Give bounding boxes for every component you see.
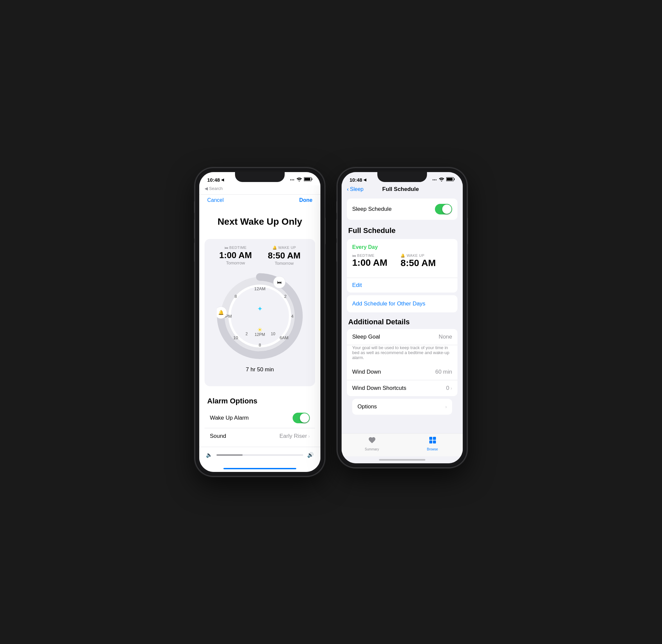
battery-icon	[304, 177, 313, 183]
volume-controls: 🔈 🔊	[199, 450, 320, 460]
left-screen: 10:48 ◀ ••• ◀ Search	[199, 172, 320, 472]
wind-down-value: 60 min	[435, 369, 452, 375]
left-phone: 10:48 ◀ ••• ◀ Search	[195, 168, 324, 476]
svg-text:6AM: 6AM	[280, 335, 289, 340]
add-schedule-row[interactable]: Add Schedule for Other Days	[347, 295, 457, 313]
clock-card: 🛏 BEDTIME 1:00 AM Tomorrow 🔔 WAKE UP	[205, 239, 315, 386]
cellular-icon: •••	[290, 178, 295, 182]
sleep-goal-subtext-container: Your goal will be used to keep track of …	[347, 345, 457, 364]
power-button[interactable]	[324, 218, 326, 244]
wake-up-alarm-row[interactable]: Wake Up Alarm	[205, 408, 315, 428]
cellular-icon-right: •••	[432, 178, 437, 182]
svg-text:✦: ✦	[257, 305, 263, 313]
volume-high-icon: 🔊	[307, 452, 314, 458]
bedtime-col: 🛏 BEDTIME 1:00 AM Tomorrow	[219, 246, 252, 266]
alarm-icon: 🔔	[272, 246, 278, 250]
svg-text:10: 10	[233, 335, 238, 340]
cancel-done-bar: Cancel Done	[199, 194, 320, 208]
edit-screen-content: Next Wake Up Only 🛏 BEDTIME 1:00 AM Tomo…	[199, 208, 320, 472]
every-day-label: Every Day	[352, 244, 452, 250]
right-screen: 10:48 ◀ ••• ‹ Sleep	[342, 172, 463, 463]
mute-button-right[interactable]	[336, 201, 338, 213]
summary-tab-label: Summary	[365, 447, 379, 451]
tab-bar: Summary Browse	[342, 433, 463, 456]
home-indicator-right[interactable]	[379, 459, 425, 461]
volume-up-button-right[interactable]	[336, 220, 338, 238]
wake-up-alarm-label: Wake Up Alarm	[210, 415, 249, 421]
svg-text:8: 8	[258, 343, 261, 347]
nav-bar-left: ◀ Search	[199, 185, 320, 194]
svg-rect-30	[433, 437, 436, 440]
wind-down-shortcuts-row[interactable]: Wind Down Shortcuts 0 ›	[347, 380, 457, 396]
svg-rect-31	[429, 440, 432, 443]
svg-text:4: 4	[291, 314, 293, 319]
cancel-button[interactable]: Cancel	[207, 197, 224, 203]
svg-point-0	[299, 181, 300, 181]
tab-summary[interactable]: Summary	[342, 436, 402, 451]
sched-bedtime-time: 1:00 AM	[352, 257, 387, 268]
back-sleep-button[interactable]: ‹ Sleep	[347, 186, 363, 192]
sleep-schedule-label: Sleep Schedule	[352, 206, 392, 212]
wakeup-sub: Tomorrow	[268, 261, 300, 266]
svg-rect-29	[429, 437, 432, 440]
full-schedule-title: Full Schedule	[342, 222, 463, 236]
title-section: Next Wake Up Only	[199, 208, 320, 239]
sleep-goal-label: Sleep Goal	[352, 334, 380, 340]
edit-button[interactable]: Edit	[347, 278, 457, 293]
wake-up-alarm-toggle[interactable]	[293, 413, 310, 423]
status-time: 10:48 ◀	[207, 177, 224, 183]
wind-down-row[interactable]: Wind Down 60 min	[347, 364, 457, 380]
browse-icon	[429, 436, 437, 446]
svg-rect-28	[447, 178, 453, 181]
svg-rect-2	[312, 178, 312, 180]
time-header: 🛏 BEDTIME 1:00 AM Tomorrow 🔔 WAKE UP	[211, 246, 309, 266]
clock-container[interactable]: 12AM 2 4 6AM 8 10 6PM 8 12PM 10	[211, 270, 309, 362]
right-phone: 10:48 ◀ ••• ‹ Sleep	[338, 168, 467, 467]
schedule-screen-content: Sleep Schedule Full Schedule Every Day	[342, 196, 463, 463]
alarm-options-title: Alarm Options	[199, 391, 320, 408]
svg-rect-27	[454, 178, 454, 180]
volume-down-button[interactable]	[194, 243, 195, 262]
clock-dial[interactable]: 12AM 2 4 6AM 8 10 6PM 8 12PM 10	[217, 273, 303, 359]
options-chevron-icon: ›	[445, 404, 447, 409]
svg-text:☀: ☀	[257, 327, 262, 333]
sched-bedtime-col: 🛏 BEDTIME 1:00 AM	[352, 253, 387, 268]
schedule-card: Every Day 🛏 BEDTIME 1:00 AM	[347, 239, 457, 293]
sleep-goal-row[interactable]: Sleep Goal None	[347, 329, 457, 345]
shortcuts-chevron-icon: ›	[451, 386, 452, 391]
sound-label: Sound	[210, 433, 226, 439]
page-title-right: Full Schedule	[382, 186, 419, 192]
sched-bed-icon: 🛏	[352, 253, 357, 257]
sleep-schedule-toggle-knob	[442, 205, 452, 214]
sound-row[interactable]: Sound Early Riser ›	[205, 428, 315, 444]
status-icons: •••	[290, 177, 313, 183]
location-icon-right: ◀	[363, 178, 366, 182]
volume-down-button-right[interactable]	[336, 243, 338, 262]
back-sleep-label: Sleep	[350, 186, 363, 192]
schedule-times: 🛏 BEDTIME 1:00 AM 🔔 WAKE UP 8	[352, 253, 452, 268]
home-indicator-left[interactable]	[223, 468, 296, 469]
browse-tab-label: Browse	[427, 447, 438, 451]
power-button-right[interactable]	[467, 218, 468, 244]
duration-text: 7 hr 50 min	[211, 362, 309, 380]
done-button[interactable]: Done	[299, 197, 313, 203]
spacer	[342, 420, 463, 433]
bedtime-label: 🛏 BEDTIME	[219, 246, 252, 250]
options-row[interactable]: Options ›	[352, 399, 452, 415]
sleep-schedule-toggle[interactable]	[435, 204, 452, 214]
svg-point-25	[441, 181, 442, 181]
volume-track[interactable]	[216, 454, 303, 456]
notch-right	[377, 172, 427, 182]
toggle-knob	[300, 413, 309, 422]
volume-up-button[interactable]	[194, 220, 195, 238]
wind-down-label: Wind Down	[352, 369, 381, 375]
time-text: 10:48	[207, 177, 220, 183]
wakeup-col: 🔔 WAKE UP 8:50 AM Tomorrow	[268, 246, 300, 266]
sleep-schedule-row[interactable]: Sleep Schedule	[347, 199, 457, 220]
sound-chevron-icon: ›	[308, 434, 310, 439]
tab-browse[interactable]: Browse	[402, 436, 463, 451]
back-search-label: ◀ Search	[205, 186, 223, 191]
location-icon: ◀	[221, 178, 224, 182]
mute-button[interactable]	[194, 201, 195, 213]
shortcuts-count: 0	[446, 385, 449, 391]
